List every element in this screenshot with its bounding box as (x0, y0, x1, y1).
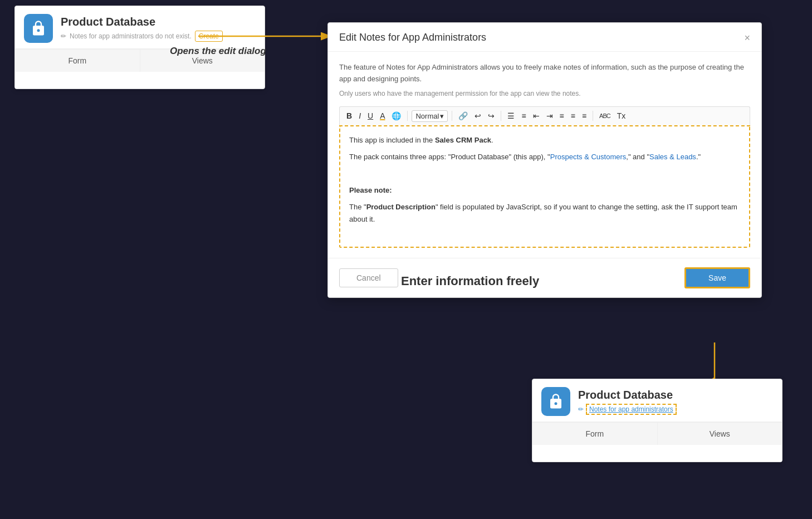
align-right-icon: ≡ (582, 111, 586, 120)
link-button[interactable]: 🔗 (456, 110, 470, 121)
indent-right-icon: ⇥ (546, 111, 553, 120)
clear-format-button[interactable]: Tx (615, 110, 628, 121)
crm-pack-bold: Sales CRM Pack (435, 136, 491, 144)
align-left-icon: ≡ (560, 111, 564, 120)
redo-icon: ↪ (488, 111, 495, 120)
bottom-app-tabs: Form Views (532, 422, 782, 445)
bg-color-icon: 🌐 (392, 111, 401, 120)
redo-button[interactable]: ↪ (486, 110, 497, 121)
notes-link-text[interactable]: Notes for app administrators (586, 404, 677, 415)
app-icon (24, 14, 53, 43)
dialog-title: Edit Notes for App Administrators (339, 32, 486, 43)
content-line4: The "Product Description" field is popul… (349, 201, 740, 226)
toolbar-sep-1 (407, 111, 408, 121)
indent-right-button[interactable]: ⇥ (544, 110, 555, 121)
indent-left-icon: ⇤ (533, 111, 540, 120)
tab-form[interactable]: Form (15, 50, 140, 72)
align-center-icon: ≡ (571, 111, 575, 120)
product-desc-bold: Product Description (366, 203, 436, 211)
opens-label: Opens the edit dialog (170, 46, 266, 57)
dialog-description: The feature of Notes for App Administrat… (339, 62, 750, 85)
abc-button[interactable]: ABC (597, 111, 613, 120)
bold-button[interactable]: B (344, 110, 354, 121)
arrow-right (198, 28, 337, 45)
undo-button[interactable]: ↩ (472, 110, 483, 121)
content-spacer (349, 168, 740, 180)
content-line2: The pack contains three apps: "Product D… (349, 151, 740, 163)
tab-content (15, 72, 265, 89)
bottom-tab-views[interactable]: Views (658, 423, 782, 445)
please-note-bold: Please note: (349, 186, 392, 194)
toolbar-sep-4 (593, 111, 593, 121)
bottom-app-icon (541, 387, 570, 416)
toolbar-sep-2 (452, 111, 452, 121)
cancel-button[interactable]: Cancel (339, 268, 398, 287)
prospects-link[interactable]: Prospects & Customers (550, 153, 627, 161)
bg-color-button[interactable]: 🌐 (389, 110, 403, 121)
align-center-button[interactable]: ≡ (569, 110, 578, 121)
font-color-icon: A (380, 111, 385, 120)
bottom-tab-form[interactable]: Form (532, 423, 658, 445)
clear-format-icon: Tx (617, 111, 626, 120)
list-ol-icon: ≡ (521, 111, 526, 120)
content-line1: This app is included in the Sales CRM Pa… (349, 134, 740, 146)
bottom-tab-content (532, 445, 782, 462)
list-ul-button[interactable]: ☰ (505, 110, 517, 121)
bottom-lock-icon (547, 393, 564, 410)
save-button[interactable]: Save (684, 267, 750, 288)
editor-content[interactable]: This app is included in the Sales CRM Pa… (339, 125, 750, 248)
sales-leads-link[interactable]: Sales & Leads (649, 153, 696, 161)
notes-link-row: ✏ Notes for app administrators (578, 404, 773, 415)
note-icon: ✏ (61, 32, 66, 40)
editor-toolbar: B I U A 🌐 Normal ▾ 🔗 ↩ ↪ ☰ ≡ ⇤ ⇥ ≡ ≡ ≡ A… (339, 106, 750, 125)
note-text: Notes for app administrators do not exis… (70, 32, 192, 40)
bottom-app-card-header: Product Database ✏ Notes for app adminis… (532, 379, 782, 422)
bottom-app-title: Product Database (578, 389, 773, 402)
close-button[interactable]: × (744, 33, 750, 43)
italic-button[interactable]: I (356, 110, 363, 121)
font-size-value: Normal (415, 112, 439, 120)
font-color-button[interactable]: A (378, 110, 387, 121)
dialog-permission: Only users who have the management permi… (339, 90, 750, 97)
dialog-body: The feature of Notes for App Administrat… (328, 52, 761, 258)
content-please-note: Please note: (349, 184, 740, 197)
dropdown-arrow-icon: ▾ (440, 112, 444, 120)
undo-icon: ↩ (475, 111, 481, 120)
list-ol-button[interactable]: ≡ (519, 110, 528, 121)
underline-button[interactable]: U (365, 110, 375, 121)
toolbar-sep-3 (501, 111, 501, 121)
align-right-button[interactable]: ≡ (580, 110, 589, 121)
lock-icon (30, 20, 47, 37)
edit-dialog: Edit Notes for App Administrators × The … (327, 22, 762, 298)
bottom-app-card: Product Database ✏ Notes for app adminis… (532, 379, 782, 462)
indent-left-button[interactable]: ⇤ (531, 110, 542, 121)
link-icon: 🔗 (458, 111, 468, 120)
bottom-app-info: Product Database ✏ Notes for app adminis… (578, 389, 773, 415)
app-title: Product Database (61, 16, 256, 28)
align-left-button[interactable]: ≡ (557, 110, 566, 121)
notes-link-edit-icon: ✏ (578, 405, 584, 413)
list-ul-icon: ☰ (507, 111, 515, 120)
abc-icon: ABC (599, 112, 610, 119)
dialog-footer: Cancel Save (328, 258, 761, 297)
dialog-header: Edit Notes for App Administrators × (328, 23, 761, 52)
font-size-dropdown[interactable]: Normal ▾ (412, 110, 448, 122)
